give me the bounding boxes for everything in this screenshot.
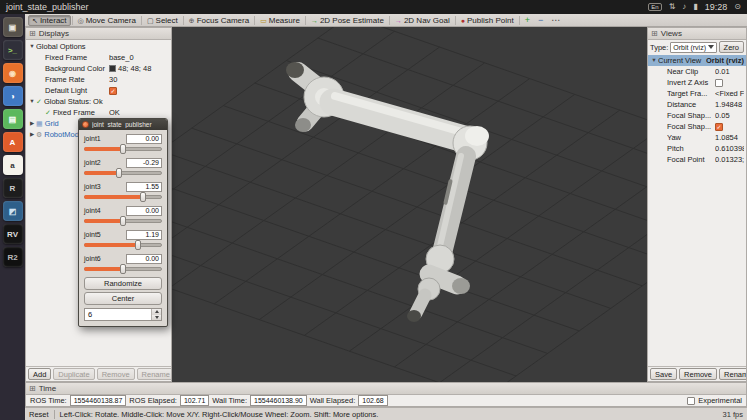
property-value[interactable]: 1.94848 bbox=[715, 100, 744, 109]
network-icon[interactable]: ⇅ bbox=[669, 3, 676, 11]
remove-tool-button[interactable]: − bbox=[534, 15, 547, 26]
property-checkbox[interactable] bbox=[109, 87, 117, 95]
joint-value-field[interactable]: 1.19 bbox=[126, 230, 162, 240]
clock[interactable]: 19:28 bbox=[705, 2, 728, 12]
property-row[interactable]: Focal Shap... bbox=[648, 121, 746, 132]
property-value[interactable]: 0.01323; -0.1880... bbox=[715, 155, 744, 164]
tool-interact[interactable]: ↖Interact bbox=[28, 15, 71, 26]
joint-value-field[interactable]: 0.00 bbox=[126, 206, 162, 216]
property-value[interactable]: 48; 48; 48 bbox=[109, 64, 169, 73]
joint-value-field[interactable]: 1.55 bbox=[126, 182, 162, 192]
property-row[interactable]: Default Light bbox=[26, 85, 171, 96]
tool-select[interactable]: ▢Select bbox=[143, 15, 182, 26]
property-checkbox[interactable] bbox=[715, 79, 723, 87]
property-row[interactable]: Focal Shap...0.05 bbox=[648, 110, 746, 121]
tool-options-button[interactable]: ⋯ bbox=[547, 15, 564, 26]
add-tool-button[interactable]: + bbox=[521, 15, 534, 26]
joint-slider[interactable] bbox=[84, 264, 162, 274]
displays-panel-header[interactable]: ⊞ Displays bbox=[26, 28, 171, 40]
joint-value-field[interactable]: 0.00 bbox=[126, 134, 162, 144]
property-row[interactable]: ▼Current ViewOrbit (rviz) bbox=[648, 55, 746, 66]
property-row[interactable]: ✓Fixed FrameOK bbox=[26, 107, 171, 118]
expander-icon[interactable]: ▼ bbox=[650, 58, 658, 64]
slider-handle[interactable] bbox=[135, 240, 141, 250]
add-button[interactable]: Add bbox=[28, 368, 51, 380]
time-panel-header[interactable]: ⊞ Time bbox=[26, 383, 746, 395]
property-row[interactable]: Yaw1.0854 bbox=[648, 132, 746, 143]
rename-button[interactable]: Rename bbox=[719, 368, 747, 380]
property-row[interactable]: Pitch0.610398 bbox=[648, 143, 746, 154]
slider-handle[interactable] bbox=[120, 216, 126, 226]
libreoffice-a-app-icon[interactable]: A bbox=[3, 132, 23, 152]
expander-icon[interactable]: ▼ bbox=[28, 44, 36, 50]
terminal-app-icon[interactable]: >_ bbox=[3, 40, 23, 60]
property-row[interactable]: Target Fra...<Fixed Frame> bbox=[648, 88, 746, 99]
expander-icon[interactable]: ▶ bbox=[28, 121, 36, 127]
joint-slider[interactable] bbox=[84, 216, 162, 226]
property-value[interactable]: <Fixed Frame> bbox=[715, 89, 744, 98]
green-app-icon[interactable]: ▤ bbox=[3, 109, 23, 129]
cube-app-icon[interactable]: ◩ bbox=[3, 201, 23, 221]
robot-model[interactable] bbox=[286, 62, 489, 322]
spin-down-button[interactable] bbox=[152, 315, 161, 321]
expander-icon[interactable]: ▼ bbox=[28, 99, 36, 105]
rviz-app-1-icon[interactable]: R bbox=[3, 178, 23, 198]
save-button[interactable]: Save bbox=[650, 368, 677, 380]
reset-button[interactable]: Reset bbox=[29, 410, 49, 419]
blue-app-icon[interactable]: ◑ bbox=[3, 86, 23, 106]
power-icon[interactable]: ⊙ bbox=[734, 3, 741, 11]
tool-focus-camera[interactable]: ⊕Focus Camera bbox=[185, 15, 253, 26]
property-value[interactable]: 0.05 bbox=[715, 111, 744, 120]
view-type-dropdown[interactable]: Orbit (rviz) bbox=[670, 42, 716, 53]
property-row[interactable]: ▼✓Global Status: Ok bbox=[26, 96, 171, 107]
tool-2d-pose-estimate[interactable]: →2D Pose Estimate bbox=[307, 15, 388, 26]
tool-publish-point[interactable]: ●Publish Point bbox=[457, 15, 518, 26]
sound-icon[interactable]: ♪ bbox=[682, 3, 686, 11]
property-row[interactable]: Focal Point0.01323; -0.1880... bbox=[648, 154, 746, 165]
files-app-icon[interactable]: ▣ bbox=[3, 17, 23, 37]
property-value[interactable]: Orbit (rviz) bbox=[706, 56, 744, 65]
slider-handle[interactable] bbox=[120, 264, 126, 274]
views-panel-header[interactable]: ⊞ Views bbox=[648, 28, 746, 40]
slider-handle[interactable] bbox=[116, 168, 122, 178]
property-checkbox[interactable] bbox=[715, 123, 723, 131]
joint-value-field[interactable]: -0.29 bbox=[126, 158, 162, 168]
remove-button[interactable]: Remove bbox=[97, 368, 135, 380]
joint-slider[interactable] bbox=[84, 168, 162, 178]
viewport-3d[interactable] bbox=[172, 27, 647, 382]
firefox-app-icon[interactable]: ◉ bbox=[3, 63, 23, 83]
time-field-value[interactable]: 1554460138.87 bbox=[70, 395, 127, 406]
rename-button[interactable]: Rename bbox=[137, 368, 172, 380]
dialog-titlebar[interactable]: joint_state_publisher bbox=[79, 119, 167, 130]
close-icon[interactable] bbox=[82, 121, 89, 128]
time-field-value[interactable]: 102.68 bbox=[358, 395, 387, 406]
property-row[interactable]: Background Color48; 48; 48 bbox=[26, 63, 171, 74]
slider-handle[interactable] bbox=[120, 144, 126, 154]
joint-slider[interactable] bbox=[84, 192, 162, 202]
joint-slider[interactable] bbox=[84, 240, 162, 250]
property-row[interactable]: Fixed Framebase_0 bbox=[26, 52, 171, 63]
property-value[interactable]: 30 bbox=[109, 75, 169, 84]
property-value[interactable] bbox=[715, 123, 744, 131]
joint-slider[interactable] bbox=[84, 144, 162, 154]
time-field-value[interactable]: 102.71 bbox=[180, 395, 209, 406]
property-value[interactable]: base_0 bbox=[109, 53, 169, 62]
property-row[interactable]: Frame Rate30 bbox=[26, 74, 171, 85]
zero-button[interactable]: Zero bbox=[719, 41, 744, 53]
rate-spinbox[interactable]: 6 bbox=[84, 308, 162, 321]
property-row[interactable]: Distance1.94848 bbox=[648, 99, 746, 110]
property-value[interactable] bbox=[109, 87, 169, 95]
property-value[interactable]: 0.610398 bbox=[715, 144, 744, 153]
tool-2d-nav-goal[interactable]: →2D Nav Goal bbox=[391, 15, 454, 26]
tool-measure[interactable]: ▭Measure bbox=[256, 15, 304, 26]
tool-move-camera[interactable]: ◎Move Camera bbox=[74, 15, 140, 26]
property-row[interactable]: ▼Global Options bbox=[26, 41, 171, 52]
battery-icon[interactable]: ▮ bbox=[693, 3, 697, 11]
time-field-value[interactable]: 1554460138.90 bbox=[250, 395, 307, 406]
rviz-app-3-icon[interactable]: R2 bbox=[3, 247, 23, 267]
property-value[interactable] bbox=[715, 79, 744, 87]
property-row[interactable]: Near Clip0.01 bbox=[648, 66, 746, 77]
duplicate-button[interactable]: Duplicate bbox=[53, 368, 94, 380]
property-value[interactable]: OK bbox=[109, 108, 169, 117]
randomize-button[interactable]: Randomize bbox=[84, 277, 162, 290]
